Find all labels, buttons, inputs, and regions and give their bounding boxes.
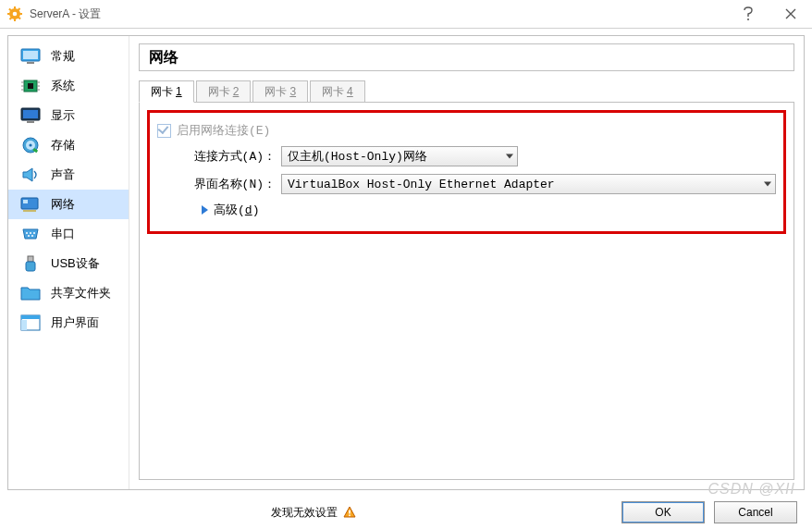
usb-icon	[19, 255, 42, 272]
shared-folder-icon	[19, 285, 42, 301]
status-text: 发现无效设置	[271, 505, 338, 521]
general-monitor-icon	[19, 48, 42, 65]
sidebar-label: 网络	[51, 196, 75, 213]
sidebar-label: 串口	[51, 226, 75, 242]
app-gear-icon	[7, 6, 22, 21]
svg-rect-13	[27, 62, 34, 64]
advanced-suffix: )	[252, 203, 260, 217]
tab-adapter-3[interactable]: 网卡 3	[252, 80, 308, 103]
svg-rect-38	[26, 262, 35, 271]
svg-rect-24	[27, 121, 34, 123]
display-icon	[19, 107, 42, 124]
sidebar-item-display[interactable]: 显示	[8, 101, 129, 130]
sidebar-label: 声音	[51, 166, 75, 183]
svg-point-27	[29, 143, 31, 146]
sidebar-label: 常规	[51, 48, 75, 65]
svg-rect-43	[349, 515, 351, 517]
warning-icon[interactable]	[343, 506, 356, 519]
storage-disk-icon	[19, 137, 42, 154]
sidebar-label: 共享文件夹	[51, 285, 111, 301]
svg-rect-2	[14, 18, 16, 21]
interface-name-row: 界面名称(N)： VirtualBox Host-Only Ethernet A…	[174, 174, 776, 194]
enable-network-checkbox[interactable]	[157, 124, 171, 138]
network-card-icon	[19, 196, 42, 213]
svg-rect-30	[23, 200, 28, 203]
triangle-right-icon	[202, 205, 208, 215]
attach-mode-value: 仅主机(Host-Only)网络	[288, 148, 427, 165]
highlight-region: 启用网络连接(E) 连接方式(A)： 仅主机(Host-Only)网络 界面名称…	[147, 110, 786, 234]
status-area: 发现无效设置	[15, 505, 612, 521]
enable-network-row: 启用网络连接(E)	[157, 122, 776, 139]
interface-name-label: 界面名称(N)：	[174, 176, 276, 192]
help-button[interactable]	[727, 0, 769, 28]
system-chip-icon	[19, 78, 42, 94]
close-button[interactable]	[769, 0, 812, 28]
svg-rect-37	[28, 256, 33, 262]
sidebar-label: 存储	[51, 137, 75, 154]
sidebar-item-general[interactable]: 常规	[8, 42, 129, 71]
svg-rect-42	[349, 511, 351, 514]
sidebar-item-shared[interactable]: 共享文件夹	[8, 278, 129, 308]
sidebar-label: USB设备	[51, 255, 100, 272]
client-area: 常规 系统 显示 存储 声音 网络	[0, 28, 812, 496]
advanced-prefix: 高级(	[214, 202, 245, 218]
tab-adapter-2[interactable]: 网卡 2	[196, 80, 252, 103]
svg-rect-41	[21, 320, 27, 330]
svg-point-32	[26, 232, 28, 234]
attach-mode-label: 连接方式(A)：	[174, 148, 276, 165]
window-title: ServerA - 设置	[30, 6, 101, 22]
serial-port-icon	[19, 226, 42, 242]
titlebar: ServerA - 设置	[0, 0, 812, 29]
chevron-down-icon	[764, 182, 771, 187]
svg-rect-3	[7, 13, 10, 15]
advanced-toggle[interactable]: 高级(d)	[202, 202, 776, 218]
sidebar-label: 系统	[51, 78, 75, 94]
sidebar-label: 用户界面	[51, 314, 99, 331]
svg-point-36	[31, 235, 33, 237]
svg-rect-40	[21, 315, 40, 319]
settings-sidebar: 常规 系统 显示 存储 声音 网络	[8, 36, 129, 489]
sidebar-item-storage[interactable]: 存储	[8, 130, 129, 160]
svg-rect-12	[23, 51, 38, 59]
sidebar-item-network[interactable]: 网络	[8, 190, 129, 219]
interface-name-combobox[interactable]: VirtualBox Host-Only Ethernet Adapter	[281, 174, 776, 194]
svg-point-35	[28, 235, 30, 237]
audio-speaker-icon	[19, 166, 42, 183]
dialog-footer: 发现无效设置 OK Cancel	[0, 496, 812, 529]
svg-rect-31	[23, 210, 36, 212]
ok-button[interactable]: OK	[621, 501, 705, 523]
svg-point-34	[33, 232, 35, 234]
tab-adapter-4[interactable]: 网卡 4	[310, 80, 365, 103]
svg-rect-23	[23, 110, 38, 118]
adapter-tab-body: 启用网络连接(E) 连接方式(A)： 仅主机(Host-Only)网络 界面名称…	[139, 103, 794, 480]
settings-frame: 常规 系统 显示 存储 声音 网络	[7, 35, 805, 490]
sidebar-item-audio[interactable]: 声音	[8, 160, 129, 190]
enable-network-label: 启用网络连接(E)	[177, 122, 270, 139]
interface-name-value: VirtualBox Host-Only Ethernet Adapter	[288, 178, 555, 191]
sidebar-label: 显示	[51, 107, 75, 124]
panel-heading: 网络	[139, 43, 794, 71]
attach-mode-combobox[interactable]: 仅主机(Host-Only)网络	[281, 146, 518, 166]
sidebar-item-ui[interactable]: 用户界面	[8, 308, 129, 338]
svg-rect-4	[19, 13, 22, 15]
sidebar-item-usb[interactable]: USB设备	[8, 249, 129, 278]
chevron-down-icon	[506, 154, 513, 159]
settings-panel: 网络 网卡 1 网卡 2 网卡 3 网卡 4 启用网络连接(E) 连接方式(A)…	[129, 36, 804, 489]
cancel-button[interactable]: Cancel	[714, 501, 797, 523]
tab-adapter-1[interactable]: 网卡 1	[139, 80, 194, 103]
sidebar-item-serial[interactable]: 串口	[8, 219, 129, 249]
svg-rect-1	[14, 6, 16, 9]
adapter-tabs: 网卡 1 网卡 2 网卡 3 网卡 4	[139, 80, 794, 103]
advanced-hotkey: d	[245, 203, 252, 217]
svg-point-10	[747, 18, 749, 20]
sidebar-item-system[interactable]: 系统	[8, 71, 129, 101]
svg-point-33	[30, 232, 31, 234]
svg-rect-15	[28, 83, 33, 89]
svg-point-9	[13, 12, 18, 17]
ui-layout-icon	[19, 314, 42, 331]
attach-mode-row: 连接方式(A)： 仅主机(Host-Only)网络	[174, 146, 776, 166]
